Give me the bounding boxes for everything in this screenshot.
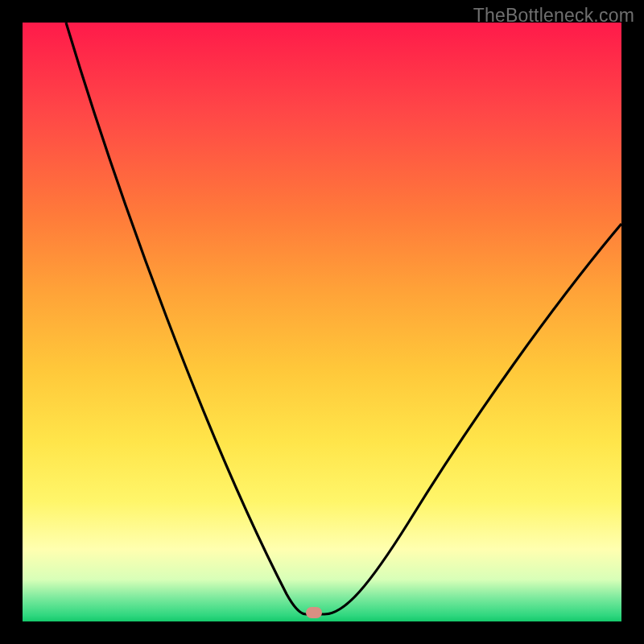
curve-right-branch xyxy=(324,224,621,614)
watermark-text: TheBottleneck.com xyxy=(473,5,634,27)
curve-left-branch xyxy=(66,23,324,614)
chart-plot-area xyxy=(23,23,621,621)
chart-stage: TheBottleneck.com xyxy=(0,0,644,644)
optimal-point-marker xyxy=(306,607,322,618)
bottleneck-curve xyxy=(23,23,621,621)
